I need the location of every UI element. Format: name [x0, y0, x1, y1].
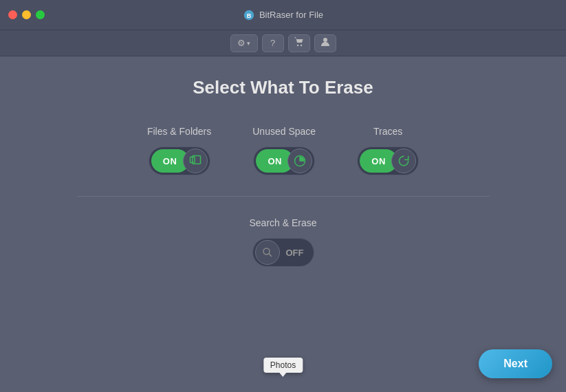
toggles-row: Files & Folders ON Unused Space ON — [147, 126, 419, 175]
traces-label: Traces — [373, 126, 402, 137]
traffic-lights — [8, 10, 45, 19]
search-icon-circle — [255, 240, 280, 265]
files-folders-icon — [183, 149, 208, 173]
files-folders-label: Files & Folders — [147, 126, 211, 137]
profile-button[interactable] — [314, 34, 336, 52]
app-name-label: BitRaser for File — [259, 10, 323, 20]
app-title-area: B BitRaser for File — [243, 9, 323, 21]
minimize-button[interactable] — [22, 10, 31, 19]
photos-tooltip: Photos — [263, 358, 303, 373]
help-icon: ? — [270, 38, 275, 48]
close-button[interactable] — [8, 10, 17, 19]
svg-point-4 — [323, 38, 327, 42]
cart-button[interactable] — [288, 34, 310, 52]
unused-space-icon — [287, 149, 312, 173]
svg-text:B: B — [247, 12, 252, 19]
main-content: Select What To Erase Files & Folders ON … — [0, 56, 566, 281]
next-button[interactable]: Next — [479, 349, 552, 378]
profile-icon — [320, 36, 331, 50]
unused-space-label: Unused Space — [252, 126, 316, 137]
files-folders-on-label: ON — [163, 156, 177, 166]
files-folders-item: Files & Folders ON — [147, 126, 211, 175]
unused-space-toggle[interactable]: ON — [253, 146, 315, 175]
help-button[interactable]: ? — [262, 34, 284, 52]
search-erase-off-label: OFF — [286, 248, 304, 258]
svg-line-9 — [268, 254, 271, 257]
section-divider — [77, 196, 490, 197]
toolbar: ⚙ ▾ ? — [0, 30, 566, 56]
svg-point-8 — [263, 248, 270, 254]
svg-point-2 — [296, 45, 298, 46]
search-erase-section: Search & Erase OFF — [249, 217, 316, 267]
traces-toggle[interactable]: ON — [357, 146, 419, 175]
settings-button[interactable]: ⚙ ▾ — [230, 34, 258, 52]
maximize-button[interactable] — [36, 10, 45, 19]
app-logo-icon: B — [243, 9, 255, 21]
svg-point-3 — [300, 45, 301, 46]
search-erase-label: Search & Erase — [249, 217, 316, 228]
title-bar: B BitRaser for File — [0, 0, 566, 30]
traces-item: Traces ON — [357, 126, 419, 175]
files-folders-toggle[interactable]: ON — [149, 146, 210, 175]
unused-space-item: Unused Space ON — [252, 126, 316, 175]
unused-space-on-label: ON — [268, 156, 282, 166]
chevron-down-icon: ▾ — [247, 40, 250, 47]
page-title: Select What To Erase — [193, 77, 373, 98]
gear-icon: ⚙ — [237, 38, 246, 48]
traces-on-label: ON — [371, 156, 386, 166]
search-erase-toggle[interactable]: OFF — [252, 238, 314, 267]
traces-icon — [391, 149, 416, 173]
cart-icon — [294, 36, 305, 50]
